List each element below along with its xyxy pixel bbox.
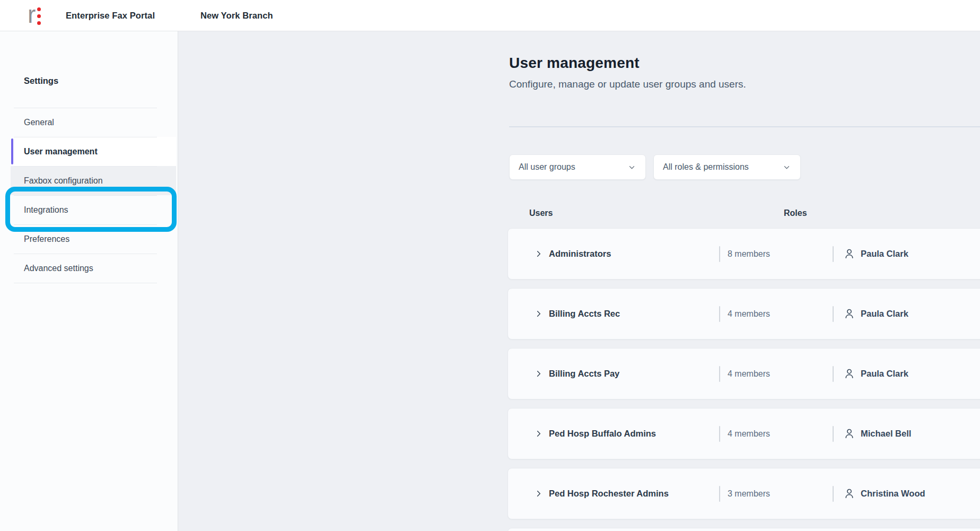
column-header-roles: Roles [784,208,807,218]
member-count: 4 members [720,309,833,319]
group-list: Administrators 8 members Paula Clark Bil… [508,228,980,528]
group-card[interactable]: Billing Accts Pay 4 members Paula Clark [508,348,980,399]
owner-cell: Paula Clark [834,248,908,260]
owner-cell: Michael Bell [834,428,911,440]
owner-cell: Christina Wood [834,488,925,500]
owner-cell: Paula Clark [834,308,908,320]
sidebar-item-preferences[interactable]: Preferences [11,224,176,254]
filter-label: All user groups [519,162,575,172]
roles-permissions-filter-dropdown[interactable]: All roles & permissions [653,154,801,180]
filter-bar: All user groups All roles & permissions [509,154,801,180]
person-icon [843,488,855,500]
main-content: User management Configure, manage or upd… [178,31,980,531]
app-title: Enterprise Fax Portal [66,0,155,31]
person-icon [843,308,855,320]
member-count: 8 members [720,249,833,259]
column-header-users: Users [529,208,553,218]
group-name: Billing Accts Rec [549,309,620,319]
member-count: 4 members [720,429,833,439]
member-count: 3 members [720,489,833,499]
sidebar-item-label: Preferences [24,234,69,244]
person-icon [843,248,855,260]
sidebar-item-integrations[interactable]: Integrations [11,195,176,224]
chevron-right-icon[interactable] [535,250,542,258]
owner-name: Christina Wood [861,489,925,499]
group-card[interactable]: Ped Hosp Rochester Admins 3 members Chri… [508,468,980,519]
chevron-down-icon [783,163,791,171]
owner-name: Paula Clark [861,309,908,319]
page-subtitle: Configure, manage or update user groups … [509,79,746,90]
brand-logo: r [28,0,41,31]
sidebar-item-label: Advanced settings [24,264,93,273]
chevron-right-icon[interactable] [535,370,542,378]
group-name-cell: Administrators [508,249,719,259]
sidebar-item-label: General [24,118,54,127]
filter-label: All roles & permissions [663,162,749,172]
settings-sidebar: Settings General User management Faxbox … [0,31,178,531]
settings-nav: General User management Faxbox configura… [11,108,176,283]
owner-name: Paula Clark [861,369,908,379]
person-icon [843,428,855,440]
logo-letter: r [28,2,36,27]
user-groups-filter-dropdown[interactable]: All user groups [509,154,646,180]
chevron-right-icon[interactable] [535,490,542,498]
owner-name: Michael Bell [861,429,911,439]
group-card-partial[interactable] [508,528,980,531]
group-card[interactable]: Administrators 8 members Paula Clark [508,228,980,280]
group-name: Billing Accts Pay [549,369,619,379]
sidebar-item-user-management[interactable]: User management [11,137,176,166]
sidebar-item-label: User management [24,147,98,156]
group-name-cell: Ped Hosp Rochester Admins [508,489,719,499]
chevron-right-icon[interactable] [535,310,542,318]
sidebar-item-label: Faxbox configuration [24,176,103,186]
top-header: r Enterprise Fax Portal New York Branch [0,0,980,31]
group-card[interactable]: Ped Hosp Buffalo Admins 4 members Michae… [508,408,980,459]
page-title: User management [509,55,640,72]
group-card[interactable]: Billing Accts Rec 4 members Paula Clark [508,288,980,340]
group-name: Ped Hosp Rochester Admins [549,489,669,499]
nav-divider [11,283,176,283]
sidebar-item-advanced-settings[interactable]: Advanced settings [11,254,176,283]
section-divider [509,126,980,127]
logo-dots-icon [37,7,41,25]
chevron-right-icon[interactable] [535,430,542,438]
member-count: 4 members [720,369,833,379]
group-name: Ped Hosp Buffalo Admins [549,429,656,439]
owner-name: Paula Clark [861,249,908,259]
sidebar-title: Settings [24,76,58,86]
group-name-cell: Ped Hosp Buffalo Admins [508,429,719,439]
sidebar-item-faxbox-configuration[interactable]: Faxbox configuration [11,166,176,195]
group-name-cell: Billing Accts Pay [508,369,719,379]
sidebar-item-label: Integrations [24,205,68,215]
group-name: Administrators [549,249,611,259]
branch-name: New York Branch [200,0,273,31]
owner-cell: Paula Clark [834,368,908,380]
group-name-cell: Billing Accts Rec [508,309,719,319]
person-icon [843,368,855,380]
chevron-down-icon [628,163,636,171]
sidebar-item-general[interactable]: General [11,108,176,137]
